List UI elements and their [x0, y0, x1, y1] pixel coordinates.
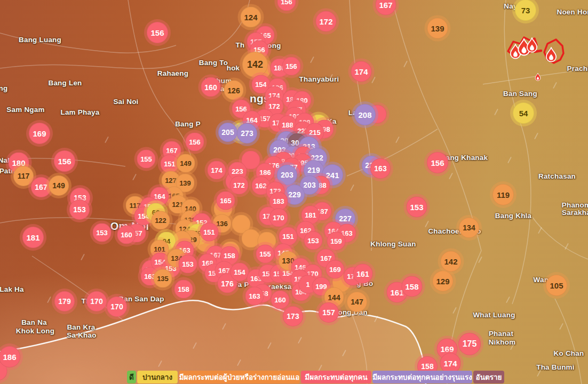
aqi-marker[interactable]: 153 — [407, 197, 427, 218]
legend-segment: อันตราย — [473, 371, 504, 383]
aqi-marker[interactable]: 54 — [513, 102, 534, 124]
wind-streak — [310, 57, 314, 63]
aqi-marker[interactable]: 172 — [316, 11, 337, 32]
aqi-marker[interactable]: 273 — [237, 123, 257, 143]
fire-icon[interactable] — [534, 73, 542, 84]
legend-segment: ปานกลาง — [137, 371, 178, 383]
aqi-marker[interactable]: 151 — [279, 227, 298, 246]
aqi-marker[interactable]: 153 — [69, 199, 90, 220]
map-label: Bang Khla — [495, 212, 532, 220]
aqi-marker[interactable]: 124 — [241, 7, 261, 28]
aqi-marker[interactable]: 153 — [179, 255, 197, 274]
aqi-marker[interactable]: 129 — [433, 271, 454, 292]
map-label: Phanom — [562, 201, 588, 209]
aqi-marker[interactable]: 134 — [459, 218, 479, 238]
aqi-marker[interactable]: 174 — [351, 61, 372, 82]
aqi-marker[interactable]: 208 — [354, 104, 376, 125]
map-label: Lam Phaya — [60, 108, 99, 116]
aqi-marker[interactable]: 156 — [186, 133, 204, 151]
aqi-marker[interactable]: 160 — [201, 77, 221, 97]
aqi-marker[interactable]: 170 — [269, 209, 288, 227]
aqi-marker[interactable]: 181 — [22, 227, 44, 248]
aqi-marker[interactable]: 151 — [200, 223, 219, 242]
aqi-marker[interactable]: 205 — [218, 123, 237, 142]
map-canvas[interactable]: Bang LuangBang LenngSam NgamLam PhayaSai… — [0, 0, 588, 384]
aqi-marker[interactable]: 179 — [54, 291, 75, 311]
aqi-marker[interactable]: 186 — [0, 346, 20, 367]
map-label: Rahaeng — [157, 69, 188, 77]
aqi-marker[interactable]: 160 — [271, 291, 290, 309]
aqi-marker[interactable]: 105 — [546, 275, 567, 296]
map-label: Ko Chan — [554, 349, 584, 357]
map-label: Ban Na — [21, 318, 47, 326]
aqi-marker[interactable]: 156 — [147, 22, 168, 43]
wind-streak — [374, 316, 378, 322]
map-label: Nikhom — [489, 338, 516, 346]
wind-streak — [478, 257, 482, 263]
aqi-marker[interactable]: 163 — [370, 158, 391, 179]
aqi-marker[interactable]: 157 — [319, 302, 339, 323]
aqi-marker[interactable]: 163 — [245, 287, 264, 306]
aqi-marker[interactable]: 154 — [231, 263, 249, 282]
aqi-marker[interactable]: 142 — [441, 251, 462, 272]
aqi-marker[interactable]: 149 — [177, 154, 195, 173]
wind-streak — [193, 342, 197, 349]
fire-icon[interactable] — [543, 47, 559, 66]
map-label: Ratchasan — [538, 172, 576, 180]
wind-streak — [158, 361, 162, 367]
aqi-marker[interactable]: 153 — [304, 231, 323, 250]
map-label: Th — [236, 41, 245, 49]
wind-streak — [403, 61, 408, 67]
aqi-legend: ดีปานกลางมีผลกระทบต่อผู้ป่วยหรือร่างกายอ… — [127, 371, 504, 383]
wind-streak — [553, 82, 557, 89]
aqi-marker[interactable]: 167 — [376, 0, 396, 15]
aqi-marker[interactable]: 156 — [54, 150, 75, 172]
aqi-marker[interactable]: 126 — [224, 81, 244, 100]
aqi-marker[interactable]: 156 — [277, 0, 296, 11]
aqi-marker[interactable]: 147 — [347, 292, 367, 312]
aqi-marker[interactable]: 170 — [86, 291, 107, 311]
map-label: What Luang — [473, 311, 515, 319]
aqi-marker[interactable]: 149 — [49, 175, 69, 196]
aqi-marker[interactable]: 203 — [277, 165, 297, 185]
aqi-marker[interactable]: 169 — [29, 123, 50, 144]
aqi-marker[interactable]: 158 — [174, 280, 193, 299]
aqi-marker[interactable]: 172 — [230, 176, 249, 195]
map-label: Sa Khao — [67, 331, 96, 339]
aqi-marker[interactable]: 155 — [256, 245, 275, 263]
aqi-marker[interactable]: 139 — [427, 18, 448, 39]
aqi-marker[interactable]: 117 — [13, 166, 34, 186]
wind-streak — [565, 243, 569, 250]
wind-streak — [105, 137, 109, 143]
aqi-marker[interactable]: 160 — [117, 226, 136, 244]
aqi-marker[interactable]: 119 — [492, 184, 514, 205]
wind-streak — [507, 157, 512, 163]
aqi-marker[interactable]: 169 — [326, 260, 345, 279]
wind-streak — [559, 323, 563, 330]
map-label: Noen Hom — [557, 8, 588, 16]
aqi-marker[interactable]: 159 — [327, 232, 346, 251]
aqi-marker[interactable]: 158 — [402, 276, 423, 297]
aqi-marker[interactable]: 122 — [152, 211, 170, 230]
aqi-marker[interactable]: 165 — [217, 191, 235, 210]
aqi-marker[interactable]: 135 — [154, 269, 172, 288]
aqi-marker[interactable]: 156 — [282, 57, 301, 76]
wind-streak — [425, 221, 429, 227]
aqi-marker[interactable]: 155 — [137, 150, 156, 169]
aqi-marker[interactable]: 175 — [458, 333, 481, 355]
wind-streak — [449, 173, 453, 179]
aqi-marker[interactable]: 161 — [353, 264, 373, 284]
map-label: Lak Ha — [0, 285, 24, 293]
aqi-marker[interactable]: 173 — [283, 306, 303, 326]
wind-streak — [342, 350, 346, 356]
map-label: Bang Len — [48, 79, 82, 87]
aqi-marker[interactable]: 174 — [208, 161, 226, 180]
aqi-marker[interactable]: 156 — [427, 152, 448, 173]
wind-streak — [222, 323, 226, 330]
aqi-marker[interactable]: 170 — [107, 297, 127, 317]
fire-icon[interactable] — [524, 37, 540, 57]
aqi-marker[interactable]: 153 — [93, 223, 112, 242]
aqi-marker[interactable]: 142 — [242, 52, 268, 77]
wind-streak — [534, 133, 538, 139]
aqi-marker[interactable]: 73 — [515, 0, 536, 21]
